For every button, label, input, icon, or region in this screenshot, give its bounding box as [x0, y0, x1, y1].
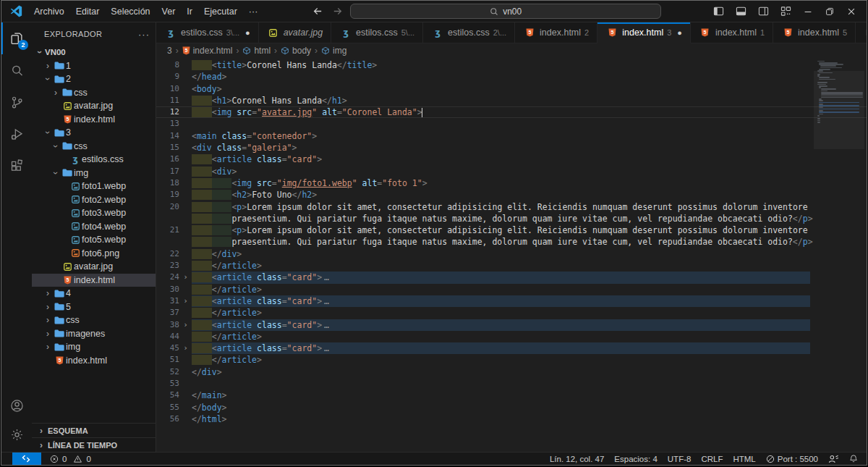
breadcrumb-body[interactable]: body — [281, 46, 311, 56]
tree-item-img[interactable]: ›img — [32, 340, 156, 354]
tree-item-avatar-jpg[interactable]: avatar.jpg — [32, 260, 156, 274]
code-line-18[interactable]: 18 <img src="img/foto1.webp" alt="foto 1… — [156, 177, 867, 189]
code-line-53[interactable]: 53 — [156, 378, 867, 390]
tree-item-css[interactable]: ›css — [32, 86, 156, 100]
status-encoding[interactable]: UTF-8 — [668, 455, 692, 463]
toggle-sidebar-icon[interactable] — [713, 6, 724, 17]
explorer-more-actions-icon[interactable]: ··· — [138, 29, 150, 40]
toggle-secondary-sidebar-icon[interactable] — [758, 6, 769, 17]
status-indentation[interactable]: Espacios: 4 — [614, 455, 657, 463]
tab-estilos-css-2[interactable]: ʒestilos.css2\... — [423, 22, 515, 43]
tree-item-avatar-jpg[interactable]: avatar.jpg — [32, 99, 156, 113]
tree-item-4[interactable]: ›4 — [32, 287, 156, 300]
minimap[interactable] — [816, 60, 862, 123]
customize-layout-icon[interactable] — [780, 6, 791, 17]
code-line-15[interactable]: 15<div class="galeria"> — [156, 142, 867, 153]
tree-item-5[interactable]: ›5 — [32, 300, 156, 314]
problems-status[interactable]: 0 0 — [50, 455, 94, 463]
code-line-51[interactable]: 51 </article> — [156, 354, 867, 366]
code-line-14[interactable]: 14<main class="contenedor"> — [156, 130, 867, 142]
tab-estilos-css-3[interactable]: ʒestilos.css3\...● — [156, 22, 259, 43]
tree-item-foto5-webp[interactable]: foto5.webp — [32, 233, 156, 247]
tree-item-3[interactable]: ›3 — [32, 126, 156, 140]
menu-more[interactable]: ··· — [243, 1, 264, 22]
code-line-45[interactable]: 45› <article class="card">… — [156, 342, 867, 354]
status-feedback-icon[interactable] — [828, 454, 839, 463]
tree-item-index-html[interactable]: 5index.html — [32, 113, 156, 127]
tree-item-foto4-webp[interactable]: foto4.webp — [32, 220, 156, 234]
code-line-22[interactable]: 22 </div> — [156, 248, 867, 260]
code-line-16[interactable]: 16 <article class="card"> — [156, 153, 867, 165]
code-line-21-wrap[interactable]: praesentium. Qui pariatur fuga itaque na… — [156, 236, 867, 248]
activity-source-control-icon[interactable] — [1, 86, 32, 118]
code-line-20-wrap[interactable]: praesentium. Qui pariatur fuga itaque na… — [156, 213, 867, 224]
code-line-17[interactable]: 17 <div> — [156, 166, 867, 177]
code-line-24[interactable]: 24› <article class="card">… — [156, 272, 867, 283]
tab-index-html-2[interactable]: 5index.html2 — [515, 22, 597, 43]
tree-item-imagenes[interactable]: ›imagenes — [32, 327, 156, 341]
code-line-38[interactable]: 38› <article class="card">… — [156, 319, 867, 331]
minimize-button[interactable] — [803, 7, 813, 17]
tree-item-foto2-webp[interactable]: foto2.webp — [32, 193, 156, 207]
status-port[interactable]: Port : 5500 — [766, 455, 818, 463]
menu-selecci-n[interactable]: Selección — [105, 1, 156, 22]
minimap-slider[interactable] — [814, 71, 864, 149]
close-button[interactable] — [846, 7, 856, 17]
code-line-20[interactable]: 20 <p>Lorem ipsum dolor sit amet, consec… — [156, 201, 867, 213]
code-line-55[interactable]: 55</body> — [156, 402, 867, 413]
fold-chevron-icon[interactable]: › — [179, 295, 192, 307]
restore-button[interactable] — [825, 7, 835, 17]
code-line-31[interactable]: 31› <article class="card">… — [156, 295, 867, 307]
tab-index-html-3[interactable]: 5index.html3● — [597, 22, 691, 43]
tree-item-1[interactable]: ›1 — [32, 59, 156, 73]
tab-index-html-1[interactable]: 5index.html1 — [691, 22, 773, 43]
back-button[interactable] — [312, 6, 323, 17]
activity-run-debug-icon[interactable] — [1, 118, 32, 150]
breadcrumb-3[interactable]: 3 — [167, 46, 172, 56]
menu-editar[interactable]: Editar — [70, 1, 106, 22]
menu-ver[interactable]: Ver — [156, 1, 182, 22]
code-line-23[interactable]: 23 </article> — [156, 260, 867, 272]
tab-avatar-jpg[interactable]: avatar.jpg — [259, 22, 331, 43]
fold-chevron-icon[interactable]: › — [179, 272, 192, 283]
code-line-54[interactable]: 54</main> — [156, 390, 867, 401]
menu-ejecutar[interactable]: Ejecutar — [198, 1, 243, 22]
code-line-8[interactable]: 8 <title>Coronel Hans Landa</title> — [156, 59, 867, 71]
code-line-52[interactable]: 52</div> — [156, 366, 867, 378]
tree-item-foto3-webp[interactable]: foto3.webp — [32, 206, 156, 220]
activity-settings-icon[interactable] — [1, 420, 32, 449]
code-editor[interactable]: 8 <title>Coronel Hans Landa</title>9</he… — [156, 58, 867, 452]
code-line-21[interactable]: 21 <p>Lorem ipsum dolor sit amet, consec… — [156, 224, 867, 236]
menu-archivo[interactable]: Archivo — [28, 1, 70, 22]
menu-ir[interactable]: Ir — [181, 1, 198, 22]
tree-item-index-html[interactable]: 5index.html — [32, 354, 156, 368]
modified-dot-icon[interactable]: ● — [245, 28, 250, 37]
breadcrumb-html[interactable]: html — [242, 46, 271, 56]
tree-item-img[interactable]: ›img — [32, 167, 156, 180]
tree-item-css[interactable]: ›css — [32, 140, 156, 153]
code-line-19[interactable]: 19 <h2>Foto Uno</h2> — [156, 189, 867, 201]
fold-chevron-icon[interactable]: › — [179, 319, 192, 331]
code-line-9[interactable]: 9</head> — [156, 71, 867, 83]
split-editor-icon[interactable] — [866, 28, 867, 37]
breadcrumb-index-html[interactable]: 5index.html — [182, 46, 233, 56]
modified-dot-icon[interactable]: ● — [677, 28, 682, 37]
code-line-37[interactable]: 37 </article> — [156, 307, 867, 319]
tab-estilos-css-5[interactable]: ʒestilos.css5\... — [331, 22, 423, 43]
status-line-col[interactable]: Lín. 12, col. 47 — [550, 455, 604, 463]
activity-search-icon[interactable] — [1, 54, 32, 86]
activity-account-icon[interactable] — [1, 391, 32, 420]
remote-indicator[interactable] — [12, 453, 41, 465]
forward-button[interactable] — [332, 6, 343, 17]
tree-item-estilos-css[interactable]: ʒestilos.css — [32, 153, 156, 167]
tree-item-2[interactable]: ›2 — [32, 72, 156, 86]
outline-section[interactable]: ›ESQUEMA — [32, 423, 156, 437]
activity-extensions-icon[interactable] — [1, 150, 32, 182]
command-center-search[interactable]: vn00 — [350, 4, 661, 19]
tab-index-html-5[interactable]: 5index.html5 — [773, 22, 856, 43]
tree-item-foto1-webp[interactable]: foto1.webp — [32, 180, 156, 193]
breadcrumb-img[interactable]: img — [321, 46, 346, 56]
code-line-30[interactable]: 30 </article> — [156, 284, 867, 295]
status-language-mode[interactable]: HTML — [733, 455, 755, 463]
code-line-10[interactable]: 10<body> — [156, 83, 867, 95]
